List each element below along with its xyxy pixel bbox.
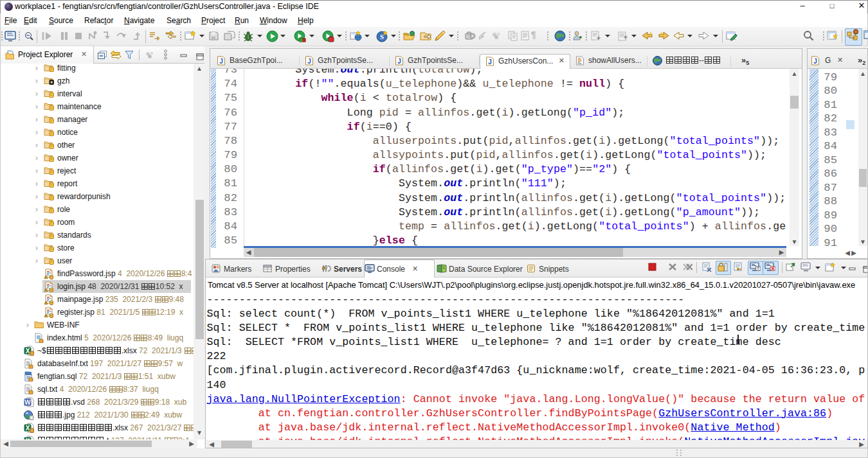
- svg-text:J: J: [307, 58, 311, 65]
- svg-text:X: X: [26, 348, 30, 355]
- svg-text:J: J: [397, 58, 401, 65]
- svg-text:S: S: [380, 33, 384, 40]
- svg-text:W: W: [24, 399, 31, 406]
- svg-text:J: J: [813, 58, 817, 65]
- svg-text:J: J: [219, 58, 223, 65]
- svg-text:J: J: [488, 58, 492, 66]
- svg-text:X: X: [26, 425, 30, 432]
